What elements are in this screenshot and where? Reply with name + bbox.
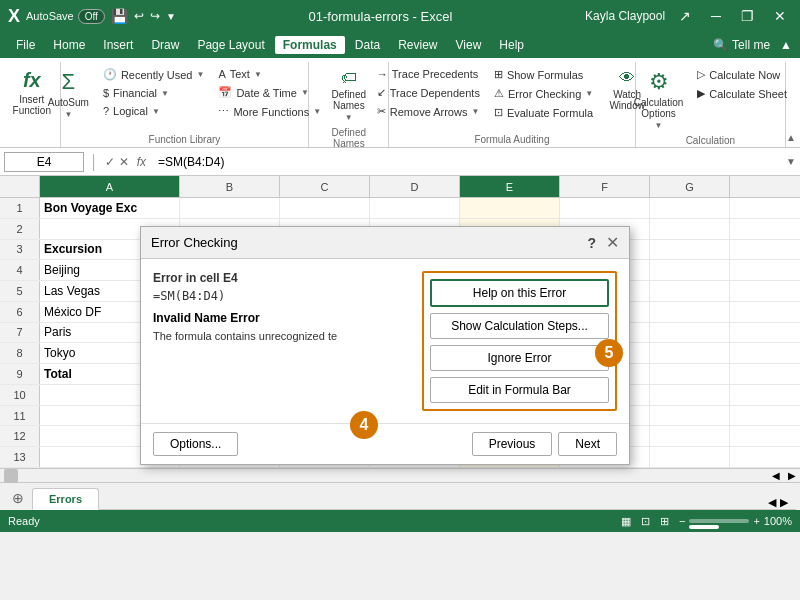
cancel-icon[interactable]: ✕	[119, 155, 129, 169]
menu-bar: File Home Insert Draw Page Layout Formul…	[0, 32, 800, 58]
clock-icon: 🕐	[103, 68, 117, 81]
function-library-group: Σ AutoSum ▼ 🕐 Recently Used ▼ $ Financia…	[61, 62, 310, 147]
dialog-close-btn[interactable]: ✕	[606, 233, 619, 252]
view-preview-btn[interactable]: ⊞	[660, 515, 669, 528]
minimize-btn[interactable]: ─	[705, 6, 727, 26]
text-arrow: ▼	[254, 70, 262, 79]
search-icon: 🔍	[713, 38, 728, 52]
previous-btn[interactable]: Previous	[472, 432, 553, 456]
dialog-error-type: Invalid Name Error	[153, 311, 402, 325]
restore-btn[interactable]: ❐	[735, 6, 760, 26]
tell-me-label[interactable]: Tell me	[732, 38, 770, 52]
zoom-control: − + 100%	[679, 515, 792, 527]
scrollbar-h-btns: ◀ ▶	[768, 470, 800, 481]
autosum-btn[interactable]: Σ AutoSum ▼	[43, 66, 94, 122]
dialog-help-icon[interactable]: ?	[587, 235, 596, 251]
menu-review[interactable]: Review	[390, 36, 445, 54]
function-library-content: Σ AutoSum ▼ 🕐 Recently Used ▼ $ Financia…	[43, 66, 326, 132]
zoom-in-btn[interactable]: +	[753, 515, 759, 527]
cell-ref-input[interactable]	[4, 152, 84, 172]
calc-sheet-btn[interactable]: ▶ Calculate Sheet	[692, 85, 792, 102]
calc-now-btn[interactable]: ▷ Calculate Now	[692, 66, 792, 83]
trace-precedents-btn[interactable]: → Trace Precedents	[372, 66, 485, 82]
options-btn[interactable]: Options...	[153, 432, 238, 456]
defined-names-btn[interactable]: 🏷 DefinedNames ▼	[327, 66, 371, 125]
add-sheet-btn[interactable]: ⊕	[4, 486, 32, 510]
remove-arrows-btn[interactable]: ✂ Remove Arrows ▼	[372, 103, 485, 120]
save-icon[interactable]: 💾	[111, 8, 128, 24]
customize-icon[interactable]: ▼	[166, 11, 176, 22]
view-page-btn[interactable]: ⊡	[641, 515, 650, 528]
text-icon: A	[218, 68, 225, 80]
horizontal-scrollbar[interactable]: ◀ ▶	[0, 468, 800, 482]
autosum-label: AutoSum	[48, 97, 89, 108]
next-btn[interactable]: Next	[558, 432, 617, 456]
calc-options-label: CalculationOptions	[634, 97, 683, 119]
trace-precedents-icon: →	[377, 68, 388, 80]
scroll-right-btn[interactable]: ▶	[784, 470, 800, 481]
formula-input[interactable]	[154, 153, 782, 171]
recently-used-btn[interactable]: 🕐 Recently Used ▼	[98, 66, 209, 83]
dialog-title: Error Checking	[151, 235, 238, 250]
dialog-title-bar: Error Checking ? ✕	[141, 227, 629, 259]
calculation-group: ⚙ CalculationOptions ▼ ▷ Calculate Now ▶…	[636, 62, 786, 147]
menu-data[interactable]: Data	[347, 36, 388, 54]
menu-home[interactable]: Home	[45, 36, 93, 54]
function-library-label: Function Library	[149, 134, 221, 145]
zoom-slider[interactable]	[689, 519, 749, 523]
redo-btn[interactable]: ↪	[150, 9, 160, 23]
formula-bar-sep: │	[90, 154, 99, 170]
calc-options-btn[interactable]: ⚙ CalculationOptions ▼	[629, 66, 688, 133]
accept-icon[interactable]: ✓	[105, 155, 115, 169]
scroll-left-btn[interactable]: ◀	[768, 470, 784, 481]
dialog-error-desc: The formula contains unrecognized te	[153, 329, 402, 344]
ribbon-collapse-btn[interactable]: ▲	[780, 38, 792, 52]
show-calc-steps-btn[interactable]: Show Calculation Steps...	[430, 313, 609, 339]
calc-sheet-label: Calculate Sheet	[709, 88, 787, 100]
close-btn[interactable]: ✕	[768, 6, 792, 26]
calc-now-label: Calculate Now	[709, 69, 780, 81]
evaluate-formula-btn[interactable]: ⊡ Evaluate Formula	[489, 104, 598, 121]
sheet-nav-left-btn[interactable]: ◀	[768, 496, 776, 509]
calc-col: ▷ Calculate Now ▶ Calculate Sheet	[692, 66, 792, 102]
sigma-icon: Σ	[62, 69, 76, 95]
scrollbar-h-thumb[interactable]	[4, 469, 18, 483]
menu-help[interactable]: Help	[491, 36, 532, 54]
autosave-label: AutoSave	[26, 10, 74, 22]
menu-view[interactable]: View	[448, 36, 490, 54]
dialog-title-right: ? ✕	[587, 233, 619, 252]
menu-insert[interactable]: Insert	[95, 36, 141, 54]
formula-auditing-content: → Trace Precedents ↙ Trace Dependents ✂ …	[372, 66, 652, 132]
menu-formulas[interactable]: Formulas	[275, 36, 345, 54]
menu-file[interactable]: File	[8, 36, 43, 54]
undo-btn[interactable]: ↩	[134, 9, 144, 23]
zoom-out-btn[interactable]: −	[679, 515, 685, 527]
error-checking-dialog: Error Checking ? ✕ Error in cell E4 =SM(…	[140, 226, 630, 465]
ignore-error-btn[interactable]: Ignore Error	[430, 345, 609, 371]
calc-sheet-icon: ▶	[697, 87, 705, 100]
show-formulas-btn[interactable]: ⊞ Show Formulas	[489, 66, 598, 83]
financial-btn[interactable]: $ Financial ▼	[98, 85, 209, 101]
logical-btn[interactable]: ? Logical ▼	[98, 103, 209, 119]
error-checking-btn[interactable]: ⚠ Error Checking ▼	[489, 85, 598, 102]
more-label: More Functions	[233, 106, 309, 118]
menu-draw[interactable]: Draw	[143, 36, 187, 54]
defined-names-label: DefinedNames	[332, 89, 366, 111]
dialog-footer: Options... Previous Next	[141, 423, 629, 464]
share-btn[interactable]: ↗	[673, 6, 697, 26]
sheet-nav-right-btn[interactable]: ▶	[780, 496, 788, 509]
view-normal-btn[interactable]: ▦	[621, 515, 631, 528]
menu-page-layout[interactable]: Page Layout	[189, 36, 272, 54]
title-bar: X AutoSave Off 💾 ↩ ↪ ▼ 01-formula-errors…	[0, 0, 800, 32]
edit-formula-bar-btn[interactable]: Edit in Formula Bar	[430, 377, 609, 403]
defined-names-arrow: ▼	[345, 113, 353, 122]
logical-arrow: ▼	[152, 107, 160, 116]
formula-bar-expand[interactable]: ▼	[786, 156, 796, 167]
autosave-state[interactable]: Off	[78, 9, 105, 24]
formula-auditing-group: → Trace Precedents ↙ Trace Dependents ✂ …	[389, 62, 635, 147]
ribbon-scroll-up[interactable]: ▲	[786, 132, 796, 143]
calc-options-arrow: ▼	[655, 121, 663, 130]
help-on-error-btn[interactable]: Help on this Error	[430, 279, 609, 307]
sheet-tab-errors[interactable]: Errors	[32, 488, 99, 510]
trace-dependents-btn[interactable]: ↙ Trace Dependents	[372, 84, 485, 101]
